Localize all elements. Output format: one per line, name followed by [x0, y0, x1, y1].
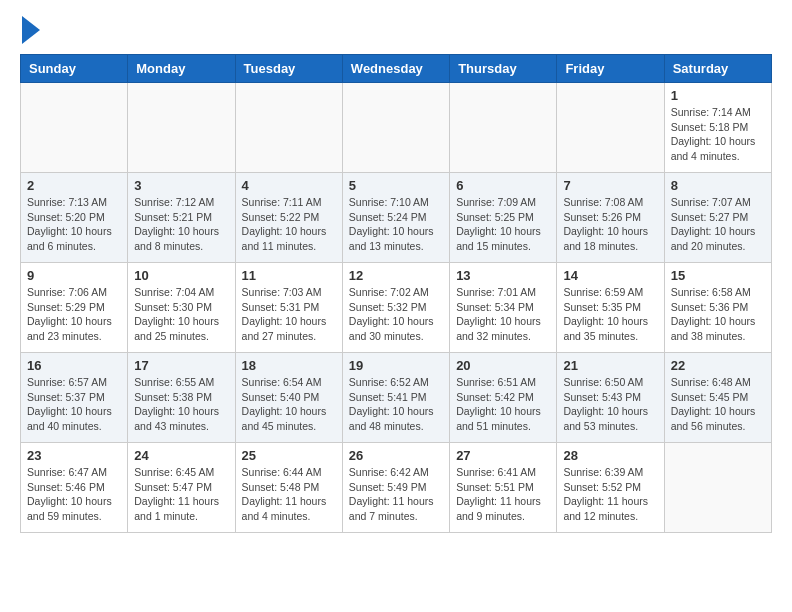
calendar-header-row: SundayMondayTuesdayWednesdayThursdayFrid… [21, 55, 772, 83]
day-number: 28 [563, 448, 657, 463]
calendar-cell: 26Sunrise: 6:42 AM Sunset: 5:49 PM Dayli… [342, 443, 449, 533]
day-info: Sunrise: 6:57 AM Sunset: 5:37 PM Dayligh… [27, 375, 121, 434]
calendar-cell: 5Sunrise: 7:10 AM Sunset: 5:24 PM Daylig… [342, 173, 449, 263]
day-info: Sunrise: 6:58 AM Sunset: 5:36 PM Dayligh… [671, 285, 765, 344]
day-number: 3 [134, 178, 228, 193]
calendar-cell: 16Sunrise: 6:57 AM Sunset: 5:37 PM Dayli… [21, 353, 128, 443]
day-number: 22 [671, 358, 765, 373]
day-info: Sunrise: 7:13 AM Sunset: 5:20 PM Dayligh… [27, 195, 121, 254]
calendar-week-row: 9Sunrise: 7:06 AM Sunset: 5:29 PM Daylig… [21, 263, 772, 353]
calendar-cell: 19Sunrise: 6:52 AM Sunset: 5:41 PM Dayli… [342, 353, 449, 443]
day-info: Sunrise: 7:14 AM Sunset: 5:18 PM Dayligh… [671, 105, 765, 164]
calendar-cell: 10Sunrise: 7:04 AM Sunset: 5:30 PM Dayli… [128, 263, 235, 353]
calendar-cell: 25Sunrise: 6:44 AM Sunset: 5:48 PM Dayli… [235, 443, 342, 533]
day-info: Sunrise: 7:02 AM Sunset: 5:32 PM Dayligh… [349, 285, 443, 344]
calendar-cell: 24Sunrise: 6:45 AM Sunset: 5:47 PM Dayli… [128, 443, 235, 533]
calendar-cell [21, 83, 128, 173]
calendar-cell: 20Sunrise: 6:51 AM Sunset: 5:42 PM Dayli… [450, 353, 557, 443]
day-info: Sunrise: 7:03 AM Sunset: 5:31 PM Dayligh… [242, 285, 336, 344]
calendar-cell: 12Sunrise: 7:02 AM Sunset: 5:32 PM Dayli… [342, 263, 449, 353]
day-number: 17 [134, 358, 228, 373]
day-number: 26 [349, 448, 443, 463]
day-info: Sunrise: 6:48 AM Sunset: 5:45 PM Dayligh… [671, 375, 765, 434]
day-number: 23 [27, 448, 121, 463]
day-number: 13 [456, 268, 550, 283]
weekday-header-tuesday: Tuesday [235, 55, 342, 83]
day-info: Sunrise: 7:09 AM Sunset: 5:25 PM Dayligh… [456, 195, 550, 254]
day-number: 15 [671, 268, 765, 283]
day-number: 20 [456, 358, 550, 373]
day-number: 19 [349, 358, 443, 373]
weekday-header-saturday: Saturday [664, 55, 771, 83]
calendar-cell: 14Sunrise: 6:59 AM Sunset: 5:35 PM Dayli… [557, 263, 664, 353]
day-info: Sunrise: 6:51 AM Sunset: 5:42 PM Dayligh… [456, 375, 550, 434]
calendar-cell: 15Sunrise: 6:58 AM Sunset: 5:36 PM Dayli… [664, 263, 771, 353]
day-number: 9 [27, 268, 121, 283]
calendar-cell: 22Sunrise: 6:48 AM Sunset: 5:45 PM Dayli… [664, 353, 771, 443]
day-number: 27 [456, 448, 550, 463]
day-number: 1 [671, 88, 765, 103]
day-info: Sunrise: 6:54 AM Sunset: 5:40 PM Dayligh… [242, 375, 336, 434]
weekday-header-sunday: Sunday [21, 55, 128, 83]
calendar-cell [450, 83, 557, 173]
day-info: Sunrise: 6:42 AM Sunset: 5:49 PM Dayligh… [349, 465, 443, 524]
day-info: Sunrise: 6:59 AM Sunset: 5:35 PM Dayligh… [563, 285, 657, 344]
day-info: Sunrise: 6:44 AM Sunset: 5:48 PM Dayligh… [242, 465, 336, 524]
calendar-cell: 7Sunrise: 7:08 AM Sunset: 5:26 PM Daylig… [557, 173, 664, 263]
calendar-cell [557, 83, 664, 173]
day-number: 16 [27, 358, 121, 373]
calendar-cell: 18Sunrise: 6:54 AM Sunset: 5:40 PM Dayli… [235, 353, 342, 443]
calendar-cell: 4Sunrise: 7:11 AM Sunset: 5:22 PM Daylig… [235, 173, 342, 263]
day-number: 24 [134, 448, 228, 463]
weekday-header-wednesday: Wednesday [342, 55, 449, 83]
day-info: Sunrise: 7:11 AM Sunset: 5:22 PM Dayligh… [242, 195, 336, 254]
day-number: 6 [456, 178, 550, 193]
day-number: 7 [563, 178, 657, 193]
day-number: 11 [242, 268, 336, 283]
page-header [20, 20, 772, 44]
calendar-table: SundayMondayTuesdayWednesdayThursdayFrid… [20, 54, 772, 533]
calendar-cell: 11Sunrise: 7:03 AM Sunset: 5:31 PM Dayli… [235, 263, 342, 353]
day-number: 14 [563, 268, 657, 283]
calendar-cell: 27Sunrise: 6:41 AM Sunset: 5:51 PM Dayli… [450, 443, 557, 533]
weekday-header-thursday: Thursday [450, 55, 557, 83]
calendar-cell: 23Sunrise: 6:47 AM Sunset: 5:46 PM Dayli… [21, 443, 128, 533]
calendar-cell [342, 83, 449, 173]
calendar-cell: 28Sunrise: 6:39 AM Sunset: 5:52 PM Dayli… [557, 443, 664, 533]
calendar-week-row: 1Sunrise: 7:14 AM Sunset: 5:18 PM Daylig… [21, 83, 772, 173]
calendar-cell: 13Sunrise: 7:01 AM Sunset: 5:34 PM Dayli… [450, 263, 557, 353]
calendar-cell: 2Sunrise: 7:13 AM Sunset: 5:20 PM Daylig… [21, 173, 128, 263]
day-info: Sunrise: 7:01 AM Sunset: 5:34 PM Dayligh… [456, 285, 550, 344]
calendar-cell: 6Sunrise: 7:09 AM Sunset: 5:25 PM Daylig… [450, 173, 557, 263]
day-info: Sunrise: 7:06 AM Sunset: 5:29 PM Dayligh… [27, 285, 121, 344]
day-info: Sunrise: 6:41 AM Sunset: 5:51 PM Dayligh… [456, 465, 550, 524]
day-info: Sunrise: 6:55 AM Sunset: 5:38 PM Dayligh… [134, 375, 228, 434]
day-number: 8 [671, 178, 765, 193]
day-info: Sunrise: 7:08 AM Sunset: 5:26 PM Dayligh… [563, 195, 657, 254]
day-info: Sunrise: 7:04 AM Sunset: 5:30 PM Dayligh… [134, 285, 228, 344]
day-number: 21 [563, 358, 657, 373]
logo-arrow-icon [22, 16, 40, 44]
calendar-cell: 21Sunrise: 6:50 AM Sunset: 5:43 PM Dayli… [557, 353, 664, 443]
calendar-cell: 9Sunrise: 7:06 AM Sunset: 5:29 PM Daylig… [21, 263, 128, 353]
calendar-week-row: 2Sunrise: 7:13 AM Sunset: 5:20 PM Daylig… [21, 173, 772, 263]
day-info: Sunrise: 6:52 AM Sunset: 5:41 PM Dayligh… [349, 375, 443, 434]
day-number: 2 [27, 178, 121, 193]
calendar-cell [128, 83, 235, 173]
day-info: Sunrise: 6:50 AM Sunset: 5:43 PM Dayligh… [563, 375, 657, 434]
day-number: 5 [349, 178, 443, 193]
day-info: Sunrise: 7:07 AM Sunset: 5:27 PM Dayligh… [671, 195, 765, 254]
day-number: 25 [242, 448, 336, 463]
calendar-week-row: 16Sunrise: 6:57 AM Sunset: 5:37 PM Dayli… [21, 353, 772, 443]
logo [20, 20, 40, 44]
calendar-cell [235, 83, 342, 173]
weekday-header-friday: Friday [557, 55, 664, 83]
day-info: Sunrise: 7:12 AM Sunset: 5:21 PM Dayligh… [134, 195, 228, 254]
day-info: Sunrise: 7:10 AM Sunset: 5:24 PM Dayligh… [349, 195, 443, 254]
weekday-header-monday: Monday [128, 55, 235, 83]
day-number: 4 [242, 178, 336, 193]
day-info: Sunrise: 6:39 AM Sunset: 5:52 PM Dayligh… [563, 465, 657, 524]
day-number: 18 [242, 358, 336, 373]
day-info: Sunrise: 6:47 AM Sunset: 5:46 PM Dayligh… [27, 465, 121, 524]
day-info: Sunrise: 6:45 AM Sunset: 5:47 PM Dayligh… [134, 465, 228, 524]
